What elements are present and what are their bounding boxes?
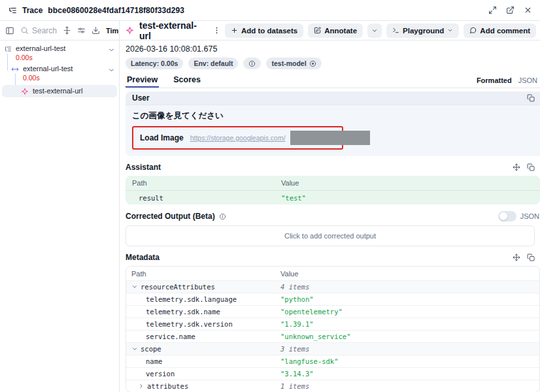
user-section-title: User — [132, 93, 150, 103]
table-row[interactable]: scope 3 items — [126, 342, 539, 355]
info-icon[interactable] — [219, 213, 226, 220]
path-key: attributes — [147, 382, 188, 390]
circle-dot-icon — [309, 60, 316, 67]
table-row[interactable]: result "test" — [126, 190, 540, 204]
tree-item-generation-selected[interactable]: test-external-url — [2, 85, 117, 97]
value-string: "3.14.3" — [280, 370, 534, 378]
path-key: version — [131, 370, 175, 378]
maximize-icon[interactable] — [488, 6, 497, 14]
observation-title: test-external-url — [139, 21, 207, 41]
observation-panel: test-external-url Add to datasets Annota… — [120, 21, 540, 392]
user-message-card: User この画像を見てください Load Image https://stor… — [126, 91, 540, 156]
view-json-toggle[interactable]: JSON — [518, 76, 537, 84]
corrected-output-title: Corrected Output (Beta) — [126, 212, 215, 221]
model-badge[interactable]: test-model — [266, 57, 321, 69]
kebab-menu-icon[interactable] — [212, 26, 221, 35]
info-badge[interactable] — [243, 57, 261, 69]
chevron-down-icon[interactable] — [108, 44, 115, 54]
image-url-link[interactable]: https://storage.googleapis.com/ — [190, 134, 286, 142]
chevron-down-icon[interactable] — [131, 284, 141, 290]
metadata-section-header: Metadata — [126, 253, 540, 262]
redacted-region — [290, 131, 370, 145]
value-string: "test" — [281, 194, 533, 202]
table-row[interactable]: resourceAttributes 4 items — [126, 280, 539, 293]
annotate-button[interactable]: Annotate — [308, 24, 363, 38]
add-corrected-output-button[interactable]: Click to add corrected output — [126, 225, 535, 246]
trace-tree-sidebar: Search Timeline external-url-test — [0, 21, 120, 392]
timeline-toggle-label[interactable]: Timeline — [106, 27, 119, 35]
search-label: Search — [32, 26, 57, 35]
pen-square-icon — [314, 27, 321, 34]
expand-icon[interactable] — [513, 163, 520, 171]
annotate-dropdown-button[interactable] — [367, 24, 382, 38]
span-arrows-icon — [11, 65, 19, 73]
tree-item-label: test-external-url — [33, 87, 82, 95]
info-icon — [248, 60, 256, 67]
collapse-panel-icon[interactable] — [5, 26, 14, 35]
corrected-output-header: Corrected Output (Beta) JSON — [126, 211, 540, 221]
table-row[interactable]: service.name "unknown_service" — [126, 330, 539, 342]
tree-item-duration: 0.00s — [23, 74, 73, 82]
table-row[interactable]: version "3.14.3" — [126, 367, 539, 380]
trace-id: bbce0860028e4fdaf14718f80f33d293 — [48, 6, 184, 15]
path-key: name — [131, 357, 162, 365]
tree-item-label: external-url-test — [16, 44, 65, 53]
path-key: telemetry.sdk.name — [131, 308, 220, 316]
column-header-value: Value — [280, 270, 534, 278]
trace-topbar: Trace bbce0860028e4fdaf14718f80f33d293 — [0, 0, 540, 21]
json-toggle[interactable] — [498, 211, 516, 221]
chevron-right-icon[interactable] — [138, 383, 147, 389]
assistant-output-table: Path Value result "test" — [126, 176, 540, 204]
copy-icon[interactable] — [527, 163, 535, 171]
path-key: scope — [141, 345, 161, 353]
generation-diamond-icon — [126, 26, 134, 35]
terminal-icon — [392, 27, 399, 34]
copy-icon[interactable] — [527, 253, 535, 261]
expand-all-icon[interactable] — [63, 26, 71, 35]
table-row[interactable]: telemetry.sdk.name "opentelemetry" — [126, 305, 539, 318]
metadata-section-title: Metadata — [126, 253, 160, 262]
observation-timestamp: 2026-03-16 10:08:01.675 — [126, 44, 540, 54]
search-control[interactable]: Search — [20, 26, 57, 35]
list-tree-icon — [4, 45, 12, 53]
value-items: 1 items — [280, 382, 534, 390]
value-string: "python" — [280, 295, 534, 303]
latency-badge: Latency: 0.00s — [126, 57, 183, 69]
plus-icon — [231, 27, 238, 34]
table-row[interactable]: name "langfuse-sdk" — [126, 355, 539, 367]
metadata-table: Path Value resourceAttributes 4 items te… — [126, 266, 540, 392]
value-string: "1.39.1" — [280, 320, 534, 328]
copy-icon[interactable] — [527, 94, 535, 102]
assistant-section-header: Assistant — [126, 163, 540, 172]
tree-item-trace[interactable]: external-url-test 0.00s — [0, 43, 119, 63]
trace-tree: external-url-test 0.00s external-url-tes… — [0, 41, 119, 97]
search-icon — [20, 26, 29, 35]
tool-name: Load Image — [140, 133, 184, 142]
download-icon[interactable] — [92, 26, 100, 35]
close-icon[interactable] — [524, 6, 532, 14]
value-string: "unknown_service" — [280, 333, 534, 340]
expand-icon[interactable] — [513, 253, 520, 261]
playground-button[interactable]: Playground — [386, 24, 459, 38]
open-external-icon[interactable] — [506, 6, 515, 14]
column-header-path: Path — [132, 179, 281, 187]
tree-item-span[interactable]: external-url-test 0.00s — [0, 63, 119, 84]
tab-scores[interactable]: Scores — [172, 73, 202, 88]
view-formatted-toggle[interactable]: Formatted — [477, 76, 512, 84]
table-row[interactable]: attributes 1 items — [126, 380, 539, 392]
add-comment-button[interactable]: Add comment — [464, 24, 536, 38]
value-string: "opentelemetry" — [280, 308, 534, 316]
trace-label: Trace — [22, 6, 42, 15]
settings-sliders-icon[interactable] — [77, 26, 86, 35]
tab-preview[interactable]: Preview — [126, 73, 159, 88]
chevron-down-icon[interactable] — [131, 346, 141, 352]
value-items: 4 items — [280, 283, 534, 291]
chevron-down-icon[interactable] — [108, 65, 115, 74]
table-row[interactable]: telemetry.sdk.language "python" — [126, 293, 539, 305]
tool-call-card: Load Image https://storage.googleapis.co… — [132, 126, 343, 150]
tree-item-label: external-url-test — [23, 65, 73, 73]
column-header-value: Value — [281, 179, 533, 187]
table-row[interactable]: telemetry.sdk.version "1.39.1" — [126, 318, 539, 330]
list-tree-icon — [8, 6, 17, 15]
add-to-datasets-button[interactable]: Add to datasets — [225, 24, 303, 38]
